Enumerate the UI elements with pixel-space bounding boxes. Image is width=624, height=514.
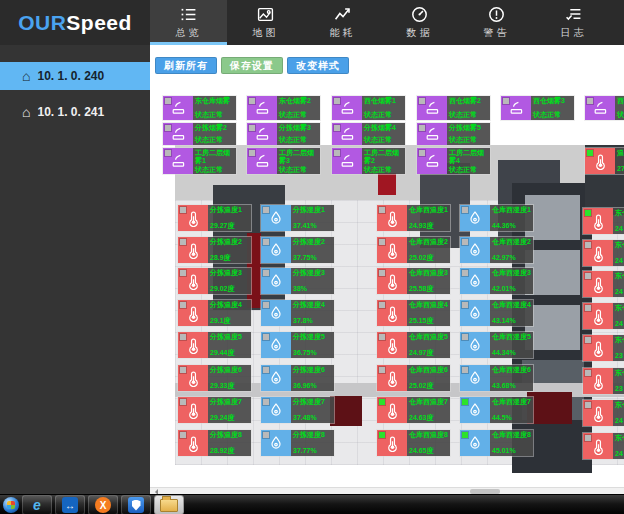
thermometer-icon bbox=[377, 237, 407, 263]
smoke-detector-tile[interactable]: 西仓烟雾2 状态正常 bbox=[417, 96, 490, 120]
humidity-sensor-tile[interactable]: 仓库西湿度1 44.36% bbox=[460, 205, 533, 231]
temperature-sensor-tile[interactable]: 东仓温 24 bbox=[583, 400, 624, 426]
temperature-sensor-tile[interactable]: 分拣温度8 28.92度 bbox=[178, 430, 251, 456]
windows-start-icon[interactable] bbox=[3, 497, 19, 513]
humidity-sensor-tile[interactable]: 仓库西湿度2 42.97% bbox=[460, 237, 533, 263]
temperature-sensor-tile[interactable]: 仓库西温度3 25.58度 bbox=[377, 268, 450, 294]
thermometer-icon bbox=[583, 433, 613, 459]
sensor-label: 工房二层烟雾1 bbox=[195, 149, 234, 166]
humidity-sensor-tile[interactable]: 仓库西湿度5 44.34% bbox=[460, 332, 533, 358]
xampp-icon[interactable]: X bbox=[88, 495, 118, 514]
map-icon bbox=[257, 6, 274, 23]
temperature-sensor-tile[interactable]: 东仓温 24 bbox=[583, 240, 624, 266]
humidity-sensor-tile[interactable]: 分拣湿度1 37.41% bbox=[261, 205, 334, 231]
humidity-sensor-tile[interactable]: 仓库西湿度6 43.68% bbox=[460, 365, 533, 391]
temperature-sensor-tile[interactable]: 分拣温度5 29.44度 bbox=[178, 332, 251, 358]
thermometer-icon bbox=[585, 148, 615, 174]
tab-label: 日志 bbox=[561, 26, 587, 40]
tab-data[interactable]: 数据 bbox=[381, 0, 458, 45]
temperature-sensor-tile[interactable]: 东仓温 24 bbox=[583, 271, 624, 297]
temperature-sensor-tile[interactable]: 东仓温 23 bbox=[583, 368, 624, 394]
smoke-detector-tile[interactable]: 分拣烟雾2 状态正常 bbox=[163, 123, 236, 145]
teamviewer-icon[interactable]: ↔ bbox=[55, 495, 85, 514]
device-sidebar: ⌂ 10. 1. 0. 240 ⌂ 10. 1. 0. 241 bbox=[0, 45, 150, 494]
humidity-sensor-tile[interactable]: 分拣湿度5 36.75% bbox=[261, 332, 334, 358]
temperature-sensor-tile[interactable]: 仓库西温度4 25.15度 bbox=[377, 300, 450, 326]
sensor-status: 状态正常 bbox=[195, 166, 234, 174]
thermometer-icon bbox=[178, 205, 208, 231]
humidity-sensor-tile[interactable]: 仓库西湿度4 43.14% bbox=[460, 300, 533, 326]
tab-map[interactable]: 地图 bbox=[227, 0, 304, 45]
smoke-detector-tile[interactable]: 西仓 状态 bbox=[585, 96, 624, 120]
tab-logs[interactable]: 日志 bbox=[535, 0, 612, 45]
humidity-sensor-tile[interactable]: 仓库西湿度3 42.01% bbox=[460, 268, 533, 294]
humidity-sensor-tile[interactable]: 分拣湿度2 37.75% bbox=[261, 237, 334, 263]
humidity-sensor-tile[interactable]: 仓库西湿度7 44.5% bbox=[460, 397, 533, 423]
water-drop-icon bbox=[460, 430, 490, 456]
temperature-sensor-tile[interactable]: 分拣温度2 28.9度 bbox=[178, 237, 251, 263]
temperature-sensor-tile[interactable]: 分拣温度1 29.27度 bbox=[178, 205, 251, 231]
humidity-sensor-tile[interactable]: 分拣湿度3 38% bbox=[261, 268, 334, 294]
tab-label: 能耗 bbox=[330, 26, 356, 40]
sensor-label: 分拣烟雾5 bbox=[449, 124, 488, 132]
thermometer-icon bbox=[377, 430, 407, 456]
temperature-sensor-tile[interactable]: 分拣温度6 29.33度 bbox=[178, 365, 251, 391]
temperature-sensor-tile[interactable]: 东仓温 24 bbox=[583, 303, 624, 329]
humidity-sensor-tile[interactable]: 分拣湿度4 37.8% bbox=[261, 300, 334, 326]
water-drop-icon bbox=[460, 300, 490, 326]
sensor-label: 分拣烟雾2 bbox=[195, 124, 234, 132]
smoke-detector-tile[interactable]: 工房二层烟雾1 状态正常 bbox=[163, 148, 236, 174]
status-indicator bbox=[263, 367, 269, 373]
smoke-detector-tile[interactable]: 西仓烟雾3 状态正常 bbox=[501, 96, 574, 120]
refresh-all-button[interactable]: 刷新所有 bbox=[155, 57, 217, 74]
smoke-detector-tile[interactable]: 工房二层烟雾2 状态正常 bbox=[332, 148, 405, 174]
temperature-sensor-tile[interactable]: 东仓温 24 bbox=[583, 208, 624, 234]
temperature-sensor-tile[interactable]: 仓库西温度7 24.63度 bbox=[377, 397, 450, 423]
smoke-detector-icon bbox=[163, 96, 193, 120]
tab-settings[interactable]: 设置 bbox=[612, 0, 624, 45]
smoke-detector-tile[interactable]: 分拣烟雾5 状态正常 bbox=[417, 123, 490, 145]
smoke-detector-tile[interactable]: 分拣烟雾3 状态正常 bbox=[247, 123, 320, 145]
temperature-sensor-tile[interactable]: 仓库西温度1 24.93度 bbox=[377, 205, 450, 231]
sensor-status: 状态正常 bbox=[449, 136, 488, 144]
sensor-label: 东仓温 bbox=[615, 401, 624, 409]
change-style-button[interactable]: 改变样式 bbox=[287, 57, 349, 74]
thermometer-icon bbox=[377, 300, 407, 326]
status-indicator bbox=[263, 239, 269, 245]
temperature-sensor-tile[interactable]: 仓库西温度5 24.97度 bbox=[377, 332, 450, 358]
save-settings-button[interactable]: 保存设置 bbox=[221, 57, 283, 74]
sidebar-item-device-240[interactable]: ⌂ 10. 1. 0. 240 bbox=[0, 62, 150, 90]
smoke-detector-tile[interactable]: 东仓烟雾2 状态正常 bbox=[247, 96, 320, 120]
file-explorer-folder-icon[interactable] bbox=[154, 495, 184, 514]
status-indicator bbox=[379, 367, 385, 373]
tab-label: 总览 bbox=[176, 26, 202, 40]
sensor-label: 分拣烟雾4 bbox=[364, 124, 403, 132]
temperature-sensor-tile[interactable]: 东仓温 24 bbox=[583, 433, 624, 459]
smoke-detector-icon bbox=[501, 96, 531, 120]
humidity-sensor-tile[interactable]: 仓库西湿度8 45.01% bbox=[460, 430, 533, 456]
temperature-sensor-tile[interactable]: 分拣温度4 29.1度 bbox=[178, 300, 251, 326]
temperature-sensor-tile[interactable]: 东仓温 23 bbox=[583, 335, 624, 361]
temperature-sensor-tile[interactable]: 温 27 bbox=[585, 148, 624, 174]
tab-energy[interactable]: 能耗 bbox=[304, 0, 381, 45]
sidebar-item-device-241[interactable]: ⌂ 10. 1. 0. 241 bbox=[0, 98, 150, 126]
temperature-sensor-tile[interactable]: 仓库西温度8 24.65度 bbox=[377, 430, 450, 456]
smoke-detector-tile[interactable]: 西仓烟雾1 状态正常 bbox=[332, 96, 405, 120]
tab-alerts[interactable]: 警告 bbox=[458, 0, 535, 45]
temperature-sensor-tile[interactable]: 仓库西温度2 25.02度 bbox=[377, 237, 450, 263]
tab-overview[interactable]: 总览 bbox=[150, 0, 227, 45]
smoke-detector-tile[interactable]: 分拣烟雾4 状态正常 bbox=[332, 123, 405, 145]
humidity-sensor-tile[interactable]: 分拣湿度7 37.48% bbox=[261, 397, 334, 423]
temperature-sensor-tile[interactable]: 分拣温度7 29.24度 bbox=[178, 397, 251, 423]
temperature-sensor-tile[interactable]: 仓库西温度6 25.02度 bbox=[377, 365, 450, 391]
humidity-sensor-tile[interactable]: 分拣湿度6 36.96% bbox=[261, 365, 334, 391]
sensor-label: 分拣温度3 bbox=[210, 269, 249, 277]
temperature-sensor-tile[interactable]: 分拣温度3 29.02度 bbox=[178, 268, 251, 294]
smoke-detector-tile[interactable]: 工房二层烟雾3 状态正常 bbox=[247, 148, 320, 174]
shield-360-icon[interactable] bbox=[121, 495, 151, 514]
status-indicator bbox=[180, 432, 186, 438]
smoke-detector-tile[interactable]: 工房二层烟雾4 状态正常 bbox=[417, 148, 490, 174]
smoke-detector-tile[interactable]: 东仓库烟雾 状态正常 bbox=[163, 96, 236, 120]
humidity-sensor-tile[interactable]: 分拣湿度8 37.77% bbox=[261, 430, 334, 456]
internet-explorer-icon[interactable]: e bbox=[22, 495, 52, 514]
